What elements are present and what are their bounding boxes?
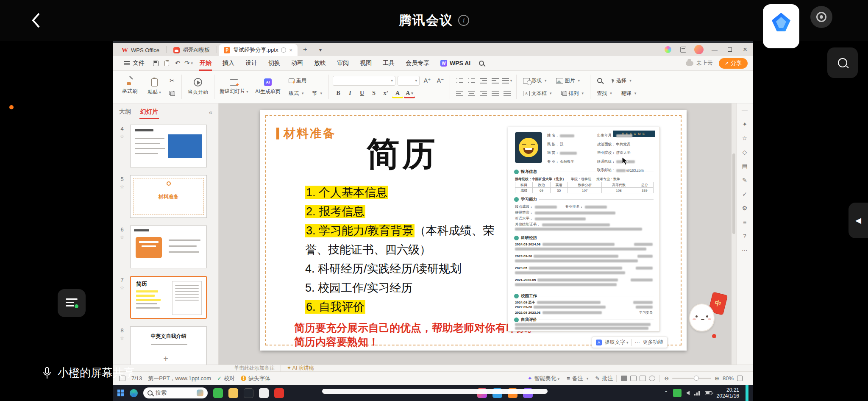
sidebar-expand-handle[interactable]	[849, 203, 868, 238]
textbox-dropdown[interactable]: A 文本框	[520, 88, 554, 98]
star-icon[interactable]	[120, 285, 125, 291]
slide-thumbnail-6[interactable]	[130, 226, 207, 268]
wechat-tray-icon[interactable]	[673, 389, 682, 397]
paste-button[interactable]: 粘贴	[142, 78, 167, 96]
folder-app-icon[interactable]	[228, 388, 238, 398]
network-icon[interactable]	[694, 391, 700, 395]
zoom-slider[interactable]	[672, 378, 711, 379]
reuse-button[interactable]: 重用	[286, 75, 325, 86]
number-list-button[interactable]	[466, 75, 477, 86]
record-button[interactable]	[810, 6, 832, 28]
menu-view[interactable]: 视图	[354, 56, 377, 71]
align-center-button[interactable]	[466, 88, 477, 98]
battery-icon[interactable]	[705, 391, 712, 395]
photos-app-icon[interactable]	[259, 388, 269, 398]
menu-transition[interactable]: 切换	[263, 56, 286, 71]
slide-bullet-list[interactable]: 1. 个人基本信息 2. 报考信息 3. 学习能力/教育背景（本科成绩、荣誉、技…	[305, 183, 498, 317]
close-tab-icon[interactable]	[289, 47, 292, 53]
wps-mascot-sticker[interactable]: 中	[687, 290, 733, 347]
beautify-panel-icon[interactable]: ✦	[742, 121, 747, 128]
sorter-view-button[interactable]	[630, 376, 637, 381]
floating-app-logo[interactable]	[763, 4, 799, 48]
minimize-button[interactable]	[707, 43, 722, 56]
notes-bar[interactable]: 单击此处添加备注 ✦ AI 演讲稿	[113, 365, 753, 371]
section-dropdown[interactable]: 节	[310, 88, 325, 98]
new-slide-button[interactable]: 新建幻灯片	[218, 79, 250, 95]
more-functions-button[interactable]: 更多功能	[643, 339, 663, 346]
zoom-knob[interactable]	[694, 376, 699, 381]
copy-button[interactable]	[167, 88, 178, 98]
star-icon[interactable]	[120, 335, 125, 341]
star-icon[interactable]	[120, 184, 125, 190]
play-current-button[interactable]: 当页开始	[186, 78, 210, 96]
tab-template[interactable]: 稻壳AI模板	[168, 44, 215, 56]
undo-button[interactable]	[172, 58, 183, 68]
more-panels-icon[interactable]	[742, 247, 748, 253]
ribbon-search-button[interactable]	[476, 58, 487, 68]
design-panel-icon[interactable]: ◇	[743, 149, 747, 156]
collapse-panel-button[interactable]	[209, 109, 212, 116]
slide-thumbnail-7-selected[interactable]: 简历	[130, 276, 207, 319]
italic-button[interactable]: I	[345, 88, 356, 98]
missing-font-status[interactable]: ! 缺失字体	[241, 375, 270, 382]
show-desktop-widget[interactable]	[746, 385, 748, 401]
fit-slide-button[interactable]	[737, 376, 743, 381]
outdent-button[interactable]	[478, 75, 489, 86]
edge-browser-icon[interactable]	[130, 389, 138, 397]
zoom-out-button[interactable]: ⊖	[664, 375, 669, 382]
justify-button[interactable]	[490, 88, 501, 98]
collapse-strip-icon[interactable]	[742, 107, 748, 114]
settings-panel-icon[interactable]: ⚙	[742, 205, 748, 212]
tray-expand-icon[interactable]: ⌃	[664, 390, 668, 396]
search-tool-button[interactable]	[594, 75, 605, 86]
menu-home[interactable]: 开始	[194, 56, 217, 71]
format-painter-button[interactable]: 格式刷	[117, 79, 142, 95]
strikethrough-button[interactable]: S	[368, 88, 379, 98]
scrollbar-thumb[interactable]	[732, 153, 735, 234]
indent-button[interactable]	[490, 75, 501, 86]
distribute-button[interactable]	[501, 88, 512, 98]
ai-single-page-button[interactable]: AI AI生成单页	[250, 78, 286, 95]
reading-view-button[interactable]	[640, 376, 646, 381]
zoom-in-button[interactable]: ⊕	[715, 375, 719, 382]
font-size-select[interactable]	[398, 76, 420, 86]
extract-text-button[interactable]: 提取文字	[605, 339, 629, 346]
menu-tools[interactable]: 工具	[377, 56, 400, 71]
highlight-color-button[interactable]: A	[392, 88, 403, 98]
tab-document[interactable]: P 复试经验分享.pptx	[219, 44, 298, 56]
find-dropdown[interactable]: 查找	[594, 88, 615, 98]
help-panel-icon[interactable]: ?	[743, 233, 746, 239]
resume-image[interactable]: RESUME 姓 名： 民 族：汉 籍 贯： 专 业：金融数学	[508, 127, 660, 331]
cloud-status[interactable]: 未上云	[686, 59, 713, 67]
volume-icon[interactable]	[686, 391, 690, 395]
slide-title[interactable]: 简历	[328, 132, 476, 177]
dell-app-icon[interactable]	[244, 388, 253, 398]
layout-button[interactable]	[676, 43, 691, 56]
home-indicator[interactable]	[322, 389, 548, 394]
taskbar-search[interactable]: 搜索	[143, 387, 208, 398]
wps-app-icon[interactable]	[274, 388, 284, 398]
menu-animation[interactable]: 动画	[286, 56, 309, 71]
line-spacing-button[interactable]	[501, 75, 512, 86]
slide-thumbnail-4[interactable]	[130, 125, 207, 167]
arrange-dropdown[interactable]: 排列	[559, 88, 587, 98]
align-left-button[interactable]	[454, 88, 465, 98]
info-icon[interactable]: i	[458, 15, 469, 26]
translate-dropdown[interactable]: 翻译	[619, 88, 639, 98]
slide-thumbnail-5[interactable]: 材料准备	[130, 175, 207, 218]
edit-panel-icon[interactable]: ✎	[742, 177, 747, 184]
user-avatar[interactable]	[694, 45, 704, 54]
notes-button[interactable]: ≡备注	[563, 375, 592, 382]
font-color-button[interactable]: A	[404, 88, 415, 98]
smart-beautify-button[interactable]: ✦ 智能美化	[524, 375, 563, 382]
ai-script-button[interactable]: ✦ AI 演讲稿	[287, 365, 314, 372]
shapes-dropdown[interactable]: 形状	[520, 75, 549, 86]
underline-button[interactable]: U	[356, 88, 367, 98]
star-icon[interactable]	[120, 134, 125, 139]
captions-overlay-button[interactable]	[58, 289, 86, 317]
taskbar-clock[interactable]: 20:21 2024/1/16	[717, 387, 739, 399]
zoom-button[interactable]	[827, 47, 858, 78]
comments-button[interactable]: ✎批注	[592, 375, 616, 382]
redo-button[interactable]	[183, 58, 194, 68]
menu-design[interactable]: 设计	[240, 56, 263, 71]
